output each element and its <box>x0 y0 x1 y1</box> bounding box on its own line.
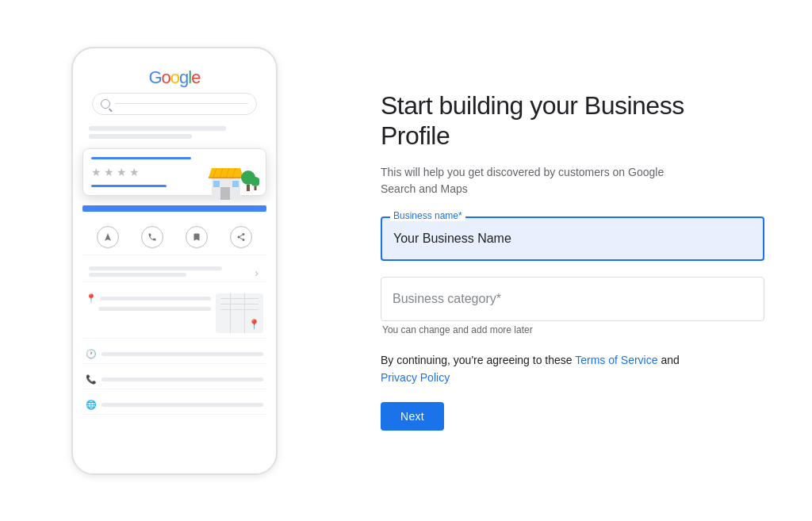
left-panel: Google ★ ★ ★ ★ <box>0 31 349 491</box>
form-section: Business name* You can change and add mo… <box>381 216 764 431</box>
clock-icon: 🕐 <box>86 349 97 359</box>
blue-banner <box>82 205 266 212</box>
website-row: 🌐 <box>82 396 266 415</box>
phone-small-icon: 📞 <box>86 374 97 385</box>
content-row-1: › <box>82 262 266 282</box>
terms-text: By continuing, you're agreeing to these … <box>381 351 764 387</box>
business-name-input[interactable] <box>381 216 764 261</box>
phone-icon <box>141 226 163 248</box>
map-thumbnail: 📍 <box>216 293 263 333</box>
search-bar-illustration <box>92 93 258 115</box>
save-icon <box>186 226 208 248</box>
business-name-group: Business name* <box>381 216 764 261</box>
phone-illustration: Google ★ ★ ★ ★ <box>71 47 278 475</box>
hours-row: 🕐 <box>82 345 266 364</box>
business-category-input[interactable] <box>381 277 764 321</box>
svg-rect-13 <box>255 186 257 190</box>
location-pin-icon: 📍 <box>86 293 97 304</box>
chevron-right-icon: › <box>255 266 259 279</box>
privacy-policy-link[interactable]: Privacy Policy <box>381 371 450 384</box>
business-card-popup: ★ ★ ★ ★ <box>82 148 266 196</box>
business-category-group: You can change and add more later <box>381 277 764 335</box>
globe-icon: 🌐 <box>86 400 97 410</box>
page-container: Google ★ ★ ★ ★ <box>0 0 812 521</box>
terms-of-service-link[interactable]: Terms of Service <box>575 354 657 366</box>
map-pin-icon: 📍 <box>248 319 260 330</box>
svg-rect-2 <box>213 181 220 187</box>
page-title: Start building your BusinessProfile <box>381 90 764 151</box>
map-section: 📍 📍 <box>82 289 266 339</box>
google-logo-illustration: Google <box>148 67 200 88</box>
search-icon <box>101 99 110 109</box>
svg-rect-1 <box>220 187 230 200</box>
share-icon <box>230 226 252 248</box>
right-panel: Start building your BusinessProfile This… <box>349 59 812 463</box>
divider-lines <box>82 125 266 140</box>
action-icons-row <box>82 220 266 255</box>
category-hint: You can change and add more later <box>381 324 764 335</box>
page-subheading: This will help you get discovered by cus… <box>381 164 682 197</box>
business-name-label: Business name* <box>390 210 465 221</box>
phone-row: 📞 <box>82 370 266 389</box>
directions-icon <box>97 226 119 248</box>
store-illustration <box>204 155 259 203</box>
svg-rect-3 <box>232 181 239 187</box>
svg-rect-11 <box>247 185 250 191</box>
next-button[interactable]: Next <box>381 402 444 431</box>
phone-header: Google <box>82 61 266 118</box>
